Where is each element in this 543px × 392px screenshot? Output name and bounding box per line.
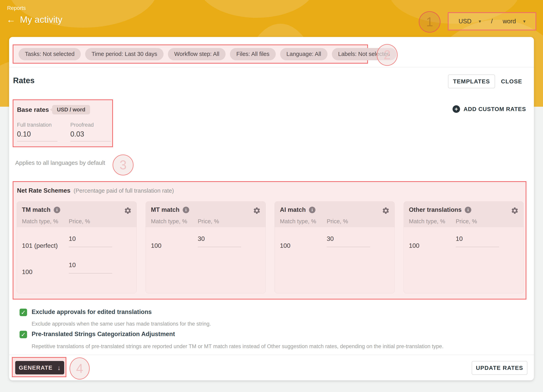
download-arrow-icon: ↓	[57, 364, 61, 372]
info-icon[interactable]: i	[54, 207, 60, 213]
generate-button-label: GENERATE	[19, 364, 52, 371]
annotation-circle-1: 1	[419, 11, 441, 33]
price-input[interactable]	[327, 235, 370, 247]
filters-annotation-box: Tasks: Not selected Time period: Last 30…	[13, 45, 368, 64]
caret-down-icon[interactable]: ▾	[523, 19, 526, 24]
price-input[interactable]	[198, 235, 241, 247]
add-custom-rates-label: ADD CUSTOM RATES	[464, 106, 526, 112]
currency-unit-annotation-box: USD ▾ / word ▾	[448, 12, 536, 30]
proofread-label: Proofread	[70, 122, 112, 128]
pretranslated-adjustment-description: Repetitive translations of pre-translate…	[32, 343, 443, 350]
full-translation-field: Full translation	[17, 122, 58, 142]
base-rates-annotation-box: Base rates USD / word Full translation P…	[13, 99, 113, 147]
gear-icon[interactable]	[253, 207, 261, 215]
rate-card-title: MT match	[151, 206, 180, 213]
rate-card-title-row: TM match i	[22, 206, 60, 213]
gear-icon[interactable]	[124, 207, 132, 215]
close-button[interactable]: CLOSE	[499, 74, 524, 88]
unit-select[interactable]: word	[503, 18, 516, 25]
info-icon[interactable]: i	[309, 207, 316, 213]
net-rate-schemes-title: Net Rate Schemes	[17, 187, 71, 194]
column-header-price: Price, %	[327, 218, 348, 225]
rate-card-other-translations: Other translations i Match type, % Price…	[404, 201, 524, 293]
currency-select[interactable]: USD	[458, 18, 471, 25]
column-header-match-type: Match type, %	[151, 218, 187, 225]
filter-chip-time-period[interactable]: Time period: Last 30 days	[85, 48, 164, 60]
price-input[interactable]	[456, 235, 499, 247]
rates-heading: Rates	[13, 76, 34, 85]
match-type-value: 101 (perfect)	[22, 242, 58, 249]
rate-card-title-row: Other translations i	[409, 206, 471, 213]
annotation-circle-3: 3	[113, 154, 134, 176]
caret-down-icon[interactable]: ▾	[479, 19, 481, 24]
exclude-approvals-description: Exclude approvals when the same user has…	[32, 321, 211, 327]
column-header-price: Price, %	[69, 218, 90, 225]
divider	[9, 67, 534, 67]
filter-chip-language[interactable]: Language: All	[280, 48, 328, 60]
rate-card-title: Other translations	[409, 206, 462, 213]
breadcrumb[interactable]: Reports	[7, 5, 26, 11]
pretranslated-adjustment-checkbox[interactable]: ✓	[20, 331, 27, 338]
generate-button[interactable]: GENERATE ↓	[15, 361, 64, 375]
rates-dialog-card: Tasks: Not selected Time period: Last 30…	[9, 37, 534, 380]
full-translation-input[interactable]	[17, 130, 57, 142]
check-icon: ✓	[21, 309, 26, 316]
gear-icon[interactable]	[382, 207, 390, 215]
match-type-value: 100	[151, 242, 161, 249]
rate-card-title: AI match	[280, 206, 306, 213]
plus-icon: +	[452, 105, 460, 113]
generate-annotation-box: GENERATE ↓	[12, 357, 66, 377]
pretranslated-adjustment-label[interactable]: Pre-translated Strings Categorization Ad…	[32, 330, 175, 338]
exclude-approvals-label[interactable]: Exclude approvals for edited translation…	[32, 308, 152, 316]
full-translation-label: Full translation	[17, 122, 58, 128]
proofread-field: Proofread	[70, 122, 112, 142]
filter-chip-files[interactable]: Files: All files	[230, 48, 276, 60]
filter-chip-tasks[interactable]: Tasks: Not selected	[19, 48, 81, 60]
exclude-approvals-checkbox[interactable]: ✓	[20, 309, 27, 316]
net-rate-cards: TM match i Match type, % Price, % 101 (p…	[17, 201, 524, 293]
price-input[interactable]	[69, 261, 112, 273]
update-rates-button[interactable]: UPDATE RATES	[472, 361, 527, 375]
page-title-row: ← My activity	[6, 14, 62, 25]
add-custom-rates-button[interactable]: + ADD CUSTOM RATES	[452, 105, 526, 113]
match-type-value: 100	[280, 242, 290, 249]
base-rates-unit-badge: USD / word	[52, 105, 90, 114]
column-header-price: Price, %	[198, 218, 219, 225]
net-rate-schemes-annotation-box: Net Rate Schemes (Percentage paid of ful…	[13, 181, 526, 300]
rate-card-title-row: AI match i	[280, 206, 316, 213]
match-type-value: 100	[409, 242, 419, 249]
annotation-circle-4: 4	[69, 358, 90, 380]
templates-button[interactable]: TEMPLATES	[448, 74, 495, 88]
rate-card-tm-match: TM match i Match type, % Price, % 101 (p…	[17, 201, 137, 293]
info-icon[interactable]: i	[183, 207, 189, 213]
gear-icon[interactable]	[511, 207, 519, 215]
check-icon: ✓	[21, 331, 26, 338]
price-input[interactable]	[69, 235, 112, 247]
column-header-match-type: Match type, %	[409, 218, 445, 225]
annotation-circle-2: 2	[377, 44, 398, 66]
rate-card-ai-match: AI match i Match type, % Price, % 100	[275, 201, 395, 293]
base-rates-title: Base rates	[17, 106, 49, 114]
currency-unit-separator: /	[491, 18, 493, 25]
column-header-price: Price, %	[456, 218, 477, 225]
column-header-match-type: Match type, %	[280, 218, 316, 225]
filter-chip-workflow-step[interactable]: Workflow step: All	[168, 48, 226, 60]
rate-card-title-row: MT match i	[151, 206, 189, 213]
back-arrow-icon[interactable]: ←	[6, 15, 16, 24]
page-title: My activity	[20, 14, 62, 25]
net-rate-schemes-subtitle: (Percentage paid of full translation rat…	[74, 187, 174, 194]
info-icon[interactable]: i	[465, 207, 471, 213]
divider	[9, 355, 534, 355]
match-type-value: 100	[22, 268, 32, 276]
proofread-input[interactable]	[70, 130, 111, 142]
net-rate-schemes-header: Net Rate Schemes (Percentage paid of ful…	[17, 187, 174, 194]
column-header-match-type: Match type, %	[22, 218, 58, 225]
rate-card-mt-match: MT match i Match type, % Price, % 100	[146, 201, 266, 293]
applies-note: Applies to all languages by default	[15, 159, 105, 166]
rate-card-title: TM match	[22, 206, 51, 213]
